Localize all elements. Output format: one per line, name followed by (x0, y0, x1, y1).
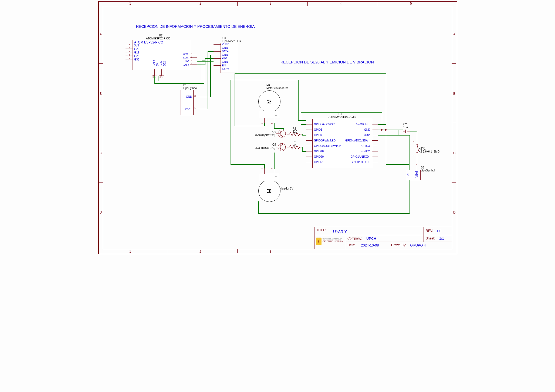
tick (307, 1, 308, 6)
key1-n1: 1 (412, 141, 415, 142)
schematic-canvas: 1 2 3 4 5 1 2 3 A B C D A B C D RECEPCIO… (97, 0, 458, 255)
m4-ref: M4 (266, 84, 270, 87)
u1-pin-r7: GPIO0/U1TXD (351, 161, 368, 164)
ruler-row-b-l: B (100, 92, 102, 96)
tick (237, 1, 238, 6)
ruler-col-5-top: 5 (410, 2, 412, 5)
wire (208, 51, 214, 52)
wire (302, 151, 306, 152)
pin (372, 146, 378, 146)
pin (126, 56, 133, 56)
wire (398, 130, 398, 135)
wire (205, 58, 214, 59)
u1-ref: U1 (339, 113, 342, 116)
u7-pin-5v: 5V (185, 60, 189, 63)
b3-pin-gnd: GND (407, 171, 410, 177)
pin (126, 45, 133, 45)
pin (306, 124, 312, 124)
svg-line-8 (280, 144, 283, 146)
wire (158, 76, 158, 81)
u7-num-2: 2 (129, 47, 130, 49)
wire (264, 123, 265, 126)
u6-pin-en: EN (222, 64, 226, 67)
u7-num-6: 6 (191, 52, 192, 55)
u7-ref: U7 (159, 34, 163, 37)
wire (302, 134, 303, 135)
u7-pin-gnd-b: GND (153, 60, 155, 66)
tick (452, 182, 456, 183)
pin (306, 162, 312, 162)
tb-title-cell (314, 227, 424, 235)
pin (372, 162, 378, 162)
tb-sheet-value: 1/1 (439, 236, 444, 241)
u1-pin-l4: GPIO9/BOOT/SWTCH (314, 144, 341, 147)
pin (214, 58, 221, 59)
u1-name: ESP32-C3-SUPER-MINI (328, 116, 357, 119)
pin (158, 69, 158, 76)
pin (372, 140, 378, 141)
b3-num-1: 1 (415, 164, 418, 165)
pin (190, 58, 197, 58)
u1-pin-r4: GPIO3 (361, 144, 370, 147)
tb-company-value: UPCH (366, 236, 376, 241)
u1-pin-r5: GPIO2 (361, 150, 370, 153)
wire (283, 128, 284, 130)
m4-minus: - (263, 114, 264, 117)
logo-shield-icon: ⚕ (316, 238, 322, 245)
u6-pin-gnd2: GND (222, 53, 228, 56)
wire (302, 135, 306, 136)
u1-pin-l2: GPIO7 (314, 134, 322, 137)
ruler-row-a-l: A (100, 32, 102, 36)
wire (258, 201, 259, 214)
b3-pin-vbat: VBAT (415, 171, 418, 177)
b1-ref: B1 (183, 84, 187, 87)
ruler-row-a-r: A (453, 32, 455, 36)
section-title-right: RECEPCION DE SE20.AL Y EMICION DE VIBRAC… (280, 60, 374, 64)
u1-pin-l5: GPIO10 (314, 150, 324, 153)
key1-name: K2-3.6×6.1_SMD (419, 150, 439, 153)
wire (298, 80, 299, 120)
tick (452, 63, 456, 64)
m3-n1: 1 (271, 167, 273, 169)
b3-ref: B3 (421, 166, 424, 169)
wire (200, 109, 208, 109)
wire (202, 60, 205, 60)
pin (190, 54, 197, 54)
pin (165, 69, 165, 76)
key1-n2: 2 (412, 154, 415, 156)
pin (306, 157, 312, 157)
pin (126, 49, 133, 49)
pin (126, 59, 133, 59)
wire (205, 58, 205, 65)
m3-plus: + (275, 175, 277, 178)
wire (264, 164, 265, 168)
u1-pin-r1: GND (364, 128, 370, 131)
u7-pin-g19: G19 (134, 51, 139, 54)
wire (231, 164, 265, 165)
wire (386, 130, 386, 164)
wire (154, 83, 204, 84)
u6-pin-bat: BAT+ (222, 50, 229, 53)
ruler-row-d-r: D (453, 211, 456, 214)
wire (398, 135, 406, 136)
q2-ref: Q2 (272, 143, 276, 146)
ruler-col-1-bot: 1 (129, 250, 131, 254)
q1-name: 2N3904(SOT-23) (255, 134, 275, 137)
wire (158, 81, 202, 81)
tb-title-value: UYARIY (333, 229, 347, 234)
u1-pin-r6: GPIO1/U1RXD (351, 155, 369, 158)
ruler-col-3-bot: 3 (270, 250, 272, 254)
b1-pin-gnd: GND (186, 95, 192, 98)
u7-pin-3v3: 3V3 (134, 44, 139, 47)
pin (214, 69, 221, 69)
tick (167, 249, 167, 253)
ruler-row-c-l: C (100, 151, 102, 155)
svg-line-2 (280, 130, 283, 133)
tick (237, 249, 238, 253)
r2-symbol (287, 145, 302, 149)
tb-company-label: Company: (347, 236, 362, 240)
tick (98, 182, 103, 183)
u7-num-10: 10 (151, 75, 154, 78)
key1-symbol (415, 141, 419, 156)
logo-line2: CAYETANO HEREDIA (323, 240, 343, 242)
